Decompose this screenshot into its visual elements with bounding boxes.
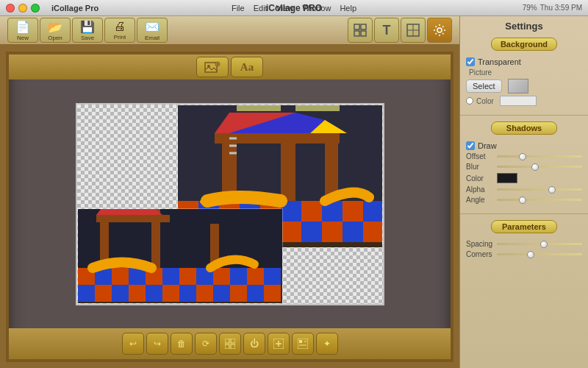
undo-button[interactable]: ↩	[122, 333, 144, 355]
status-bar: 79% Thu 3:59 PM	[523, 4, 582, 12]
blur-slider[interactable]	[497, 166, 582, 168]
color-row: Color	[466, 96, 582, 106]
wood-frame: Aa	[0, 46, 459, 368]
app-name-label: iCollage Pro	[51, 4, 98, 13]
power-button[interactable]: ⏻	[243, 333, 265, 355]
transparent-checkbox[interactable]	[466, 57, 475, 66]
svg-rect-68	[179, 285, 196, 302]
svg-rect-87	[299, 340, 302, 343]
divider-2	[460, 213, 588, 214]
svg-rect-65	[129, 285, 146, 302]
svg-rect-67	[162, 285, 179, 302]
titlebar: iCollage Pro File Edit View Window Help …	[0, 0, 588, 16]
select-button[interactable]: Select	[466, 79, 502, 93]
collage-tool-button[interactable]	[348, 18, 373, 43]
transparent-label[interactable]: Transparent	[478, 57, 521, 66]
color-shadow-label: Color	[466, 174, 494, 183]
blur-label: Blur	[466, 163, 494, 171]
picture-label: Picture	[469, 68, 582, 77]
spacing-row: Spacing	[466, 240, 582, 248]
offset-row: Offset	[466, 152, 582, 160]
menu-edit[interactable]: Edit	[254, 4, 268, 13]
window-controls[interactable]	[6, 4, 40, 13]
minimize-button[interactable]	[18, 4, 27, 13]
star-button[interactable]: ✦	[316, 333, 338, 355]
draw-label[interactable]: Draw	[478, 141, 497, 150]
shadows-settings: Draw Offset Blur Color Alpha	[460, 138, 588, 210]
color-value-input[interactable]	[500, 96, 537, 106]
svg-rect-70	[213, 285, 230, 302]
svg-rect-72	[247, 285, 264, 302]
add2-button[interactable]	[292, 333, 314, 355]
svg-rect-3	[361, 31, 366, 36]
add-text-button[interactable]: Aa	[231, 57, 263, 77]
parameters-settings: Spacing Corners	[460, 236, 588, 265]
svg-point-7	[437, 28, 442, 32]
picture-preview	[508, 79, 528, 93]
close-button[interactable]	[6, 4, 15, 13]
svg-rect-15	[295, 105, 340, 111]
rotate-button[interactable]: ⟳	[195, 333, 217, 355]
svg-marker-78	[96, 209, 162, 215]
svg-rect-80	[231, 339, 235, 343]
svg-rect-64	[112, 285, 129, 302]
layout-tool-button[interactable]	[401, 18, 426, 43]
angle-row: Angle	[466, 196, 582, 204]
spacing-slider[interactable]	[497, 243, 582, 245]
canvas-inner: Aa	[6, 52, 453, 362]
svg-rect-79	[225, 339, 229, 343]
add1-button[interactable]	[268, 333, 290, 355]
svg-rect-25	[343, 201, 363, 222]
print-button[interactable]: 🖨 Print	[104, 18, 135, 43]
draw-checkbox[interactable]	[466, 141, 475, 150]
svg-rect-26	[363, 201, 383, 222]
svg-rect-52	[112, 268, 129, 285]
offset-slider[interactable]	[497, 155, 582, 158]
menu-file[interactable]: File	[232, 4, 245, 13]
grid-button[interactable]	[219, 333, 241, 355]
svg-rect-35	[343, 222, 363, 242]
open-button[interactable]: 📂 Open	[40, 18, 71, 43]
svg-rect-59	[230, 268, 247, 285]
clock: Thu 3:59 PM	[540, 4, 582, 12]
save-button[interactable]: 💾 Save	[72, 18, 103, 43]
picture-row: Select	[466, 79, 582, 93]
angle-slider[interactable]	[497, 199, 582, 201]
svg-rect-62	[78, 285, 95, 302]
new-button[interactable]: 📄 New	[7, 18, 38, 43]
draw-row: Draw	[466, 141, 582, 150]
delete-button[interactable]: 🗑	[171, 333, 193, 355]
alpha-row: Alpha	[466, 185, 582, 194]
text-tool-button[interactable]: T	[374, 18, 399, 43]
email-button[interactable]: ✉️ Email	[137, 18, 168, 43]
parameters-section-label: Parameters	[491, 220, 557, 233]
svg-rect-36	[363, 222, 383, 242]
shadow-color-swatch[interactable]	[497, 173, 517, 183]
corners-slider[interactable]	[497, 253, 582, 255]
svg-rect-63	[95, 285, 112, 302]
corners-label: Corners	[466, 250, 494, 258]
svg-rect-34	[322, 222, 343, 242]
canvas-workspace[interactable]	[9, 79, 451, 328]
settings-tool-button[interactable]	[427, 18, 452, 43]
window-title: iCollage PRO	[266, 3, 322, 13]
alpha-slider[interactable]	[497, 188, 582, 191]
color-label[interactable]: Color	[476, 97, 494, 105]
playground-image-small	[78, 209, 283, 304]
background-section-label: Background	[491, 38, 557, 51]
color-radio[interactable]	[466, 97, 473, 105]
spacing-label: Spacing	[466, 240, 494, 248]
alpha-label: Alpha	[466, 185, 494, 194]
svg-rect-69	[196, 285, 213, 302]
svg-rect-33	[301, 222, 322, 242]
redo-button[interactable]: ↪	[146, 333, 168, 355]
file-tools: 📄 New 📂 Open 💾 Save 🖨 Print ✉️ Ema	[7, 18, 168, 43]
svg-point-44	[200, 197, 222, 206]
canvas-panel: 📄 New 📂 Open 💾 Save 🖨 Print ✉️ Ema	[0, 16, 459, 368]
svg-rect-23	[301, 201, 322, 222]
add-photo-button[interactable]	[196, 57, 229, 77]
maximize-button[interactable]	[31, 4, 40, 13]
svg-rect-14	[237, 105, 281, 111]
photo-bottom-left[interactable]	[77, 208, 283, 304]
menu-help[interactable]: Help	[340, 4, 356, 13]
